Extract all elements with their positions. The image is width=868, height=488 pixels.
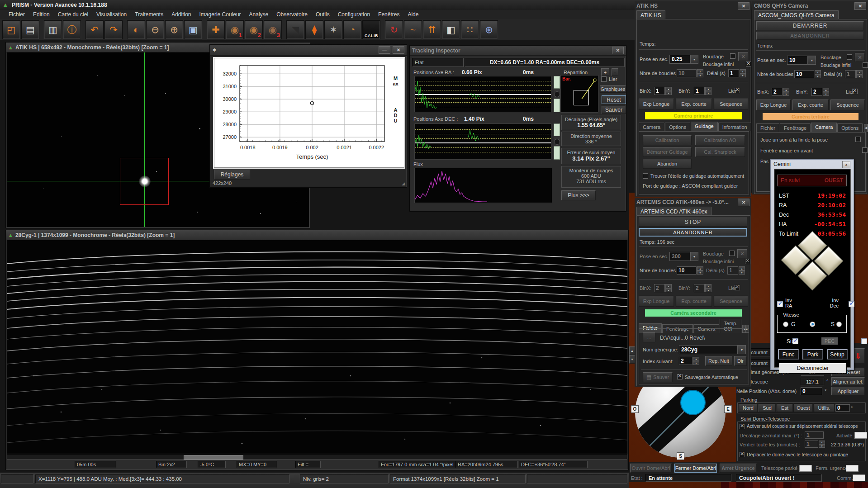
- zoom-plus-button[interactable]: +: [601, 68, 609, 76]
- delai-input[interactable]: 1: [728, 69, 739, 77]
- snapshot-icon[interactable]: ▣: [184, 20, 202, 39]
- tab-camera[interactable]: Camera: [639, 123, 664, 131]
- starfield-icon[interactable]: ✶: [324, 20, 342, 39]
- biny-input[interactable]: 2: [811, 88, 822, 96]
- joue-son-checkbox[interactable]: [855, 137, 861, 142]
- chevron-down-icon[interactable]: ▼: [690, 252, 698, 261]
- binx-spinner[interactable]: ▲▼: [783, 88, 789, 96]
- parking-utilis-button[interactable]: Utilis.: [814, 404, 835, 412]
- ouvrir-dome-button[interactable]: Ouvrir Dome/Abri: [630, 464, 672, 473]
- contrast-icon[interactable]: ◧: [442, 20, 460, 39]
- copy-view-icon[interactable]: ▥: [44, 20, 62, 39]
- artemis-panel-tab[interactable]: ARTEMIS CCD ATIK-460ex: [636, 207, 711, 216]
- abandonner-button[interactable]: ABANDONNER: [756, 32, 864, 40]
- spectrum-titlebar[interactable]: ▲ 28Cyg-1 | 1374x1099 - Monochrome - Rée…: [6, 230, 628, 240]
- pose-combo[interactable]: 10▼: [787, 56, 816, 65]
- tab-information[interactable]: Information: [718, 123, 751, 131]
- index-spinner[interactable]: ▲▼: [693, 357, 699, 365]
- spectrum-canvas[interactable]: [7, 240, 627, 454]
- close-button[interactable]: x: [842, 161, 850, 168]
- biny-spinner[interactable]: ▲▼: [705, 87, 711, 95]
- arrows-up-icon[interactable]: ⇈: [423, 20, 441, 39]
- browse-button[interactable]: ...: [643, 332, 655, 342]
- calibration-button[interactable]: Calibration: [643, 135, 692, 145]
- demarrer-button[interactable]: DEMARRER: [756, 21, 864, 30]
- save-icon[interactable]: ▤: [21, 20, 39, 39]
- arret-urgence-button[interactable]: Arret Urgence: [720, 464, 757, 473]
- menu-item-edition[interactable]: Edition: [29, 10, 54, 19]
- sequence-button[interactable]: Sequence: [830, 99, 865, 110]
- binx-spinner[interactable]: ▲▼: [665, 284, 672, 292]
- bouclage-infini-checkbox[interactable]: [746, 62, 751, 67]
- menu-item-analyse[interactable]: Analyse: [245, 10, 273, 19]
- abandonner-button[interactable]: ABANDONNER: [639, 228, 747, 237]
- nbre-input[interactable]: 10: [677, 69, 697, 77]
- rep-nuit-button[interactable]: Rep. Nuit: [705, 356, 732, 366]
- cal-sharplock-button[interactable]: Cal. Sharplock: [695, 147, 745, 157]
- gears-blue-icon[interactable]: ⊛: [480, 20, 498, 39]
- autosave-checkbox[interactable]: [677, 374, 683, 379]
- abort-icon[interactable]: ↻: [385, 20, 403, 39]
- menu-item-traitements[interactable]: Traitements: [131, 10, 167, 19]
- tab-camera[interactable]: Camera: [811, 123, 837, 132]
- exp-courte-button[interactable]: Exp. courte: [676, 296, 712, 307]
- minimize-button[interactable]: —: [379, 46, 390, 54]
- close-button[interactable]: ✕: [738, 2, 749, 10]
- nelle-input[interactable]: 0: [801, 387, 822, 395]
- zoom-in-icon[interactable]: ⊕: [165, 20, 183, 39]
- nbre-input[interactable]: 10: [794, 70, 814, 78]
- demarrer-guidage-button[interactable]: Démarrer Guidage: [643, 147, 692, 157]
- parking-est-button[interactable]: Est: [777, 404, 793, 412]
- plus-button[interactable]: Plus >>>: [561, 190, 596, 200]
- nbre-spinner[interactable]: ▲▼: [697, 69, 703, 77]
- delai-input[interactable]: 1: [845, 70, 856, 78]
- nbre-spinner[interactable]: ▲▼: [697, 266, 703, 275]
- verifier-spinner[interactable]: ▲▼: [819, 441, 825, 448]
- tab-scroll-left[interactable]: ◀: [864, 124, 867, 132]
- delai-spinner[interactable]: ▲▼: [739, 266, 745, 275]
- index-suivant-input[interactable]: 2: [679, 357, 693, 365]
- parking-nord-button[interactable]: Nord: [739, 404, 758, 412]
- curve-icon[interactable]: ~: [404, 20, 422, 39]
- artemis-panel-title[interactable]: ARTEMIS CCD ATIK-460ex -> -5.0°... ✕: [635, 198, 751, 207]
- close-button[interactable]: ✕: [738, 199, 749, 206]
- tracking-titlebar[interactable]: Tracking Inspector ✕: [410, 46, 626, 56]
- sphere-icon[interactable]: ◐: [127, 20, 145, 39]
- process-gear-icon[interactable]: ✚: [207, 20, 225, 39]
- abandon-button[interactable]: Abandon: [643, 159, 692, 169]
- activer-suivi-checkbox[interactable]: [740, 424, 745, 429]
- menu-item-imagerie-couleur[interactable]: Imagerie Couleur: [195, 10, 245, 19]
- menu-item-addition[interactable]: Addition: [167, 10, 195, 19]
- spectrum-hscroll-thumb[interactable]: [184, 455, 243, 460]
- dir-button[interactable]: Dir: [734, 356, 747, 366]
- camera3-icon[interactable]: ◉3: [264, 20, 282, 39]
- camera2-icon[interactable]: ◉2: [245, 20, 263, 39]
- reset-button[interactable]: Reset: [602, 95, 626, 104]
- verifier-input[interactable]: 1: [805, 441, 818, 448]
- info-icon[interactable]: ⓘ: [63, 20, 81, 39]
- cmos-panel-title[interactable]: CMOS QHY5 Camera✕: [752, 1, 868, 10]
- fermer-dome-button[interactable]: Fermer Dome/Abri: [674, 464, 717, 473]
- zoom-minus-button[interactable]: -: [612, 68, 618, 76]
- vitesse-s-radio[interactable]: [836, 322, 842, 327]
- stop-loop-button[interactable]: ✕: [855, 53, 865, 62]
- nbre-spinner[interactable]: ▲▼: [815, 70, 821, 78]
- close-button[interactable]: ✕: [612, 47, 624, 54]
- resize-grip[interactable]: ◢: [402, 181, 405, 186]
- wrench-ball-icon[interactable]: ◔: [343, 20, 361, 39]
- undo-icon[interactable]: ↶: [85, 20, 104, 39]
- pose-combo[interactable]: 300▼: [669, 252, 698, 261]
- delai-spinner[interactable]: ▲▼: [740, 69, 746, 77]
- delai-input[interactable]: 1: [727, 266, 738, 275]
- bouclage-checkbox[interactable]: [730, 53, 735, 59]
- exp-longue-button[interactable]: Exp Longue: [639, 296, 674, 307]
- menu-item-configuration[interactable]: Configuration: [334, 10, 374, 19]
- menu-item-aide[interactable]: Aide: [403, 10, 422, 19]
- calib-icon[interactable]: CALIB: [362, 20, 380, 39]
- appliquer-button[interactable]: Appliquer: [831, 387, 865, 395]
- bouclage-infini-checkbox[interactable]: [745, 259, 750, 264]
- chevron-down-icon[interactable]: ▼: [738, 345, 746, 354]
- tab-options[interactable]: Options: [665, 123, 690, 131]
- graph-titlebar[interactable]: ✶ — ✕: [210, 45, 407, 56]
- aligner-button[interactable]: Aligner au tel.: [831, 377, 865, 386]
